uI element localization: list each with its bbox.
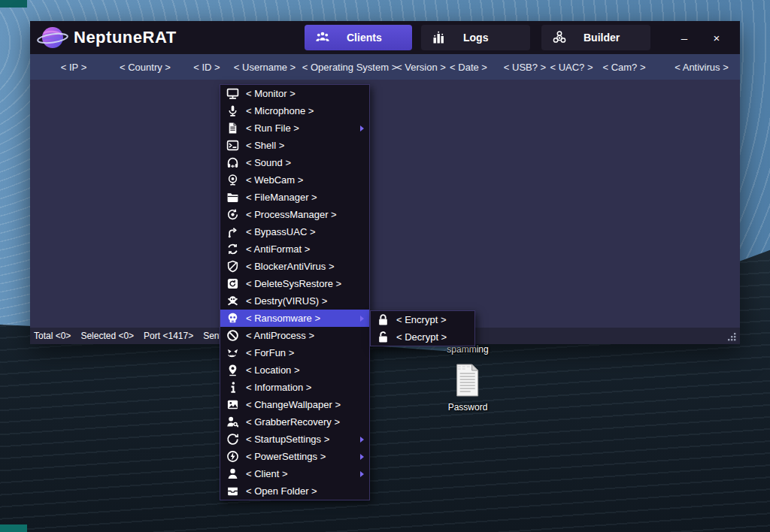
builder-icon [552, 30, 567, 45]
resize-grip[interactable] [727, 332, 737, 342]
information-icon [226, 381, 239, 394]
menu-item-open-folder[interactable]: < Open Folder > [220, 482, 369, 500]
menu-item-label: < StartupSettings > [246, 434, 329, 445]
encrypt-icon [377, 313, 390, 326]
titlebar: NeptuneRAT ClientsLogsBuilder – × [30, 21, 740, 54]
menu-item-label: < Shell > [246, 140, 284, 151]
column-header-date[interactable]: < Date > [450, 62, 487, 73]
column-header-cam[interactable]: < Cam? > [602, 62, 645, 73]
anti-process-icon [226, 329, 239, 342]
webcam-icon [226, 174, 239, 186]
menu-item-label: < WebCam > [246, 174, 303, 186]
close-button[interactable]: × [704, 21, 729, 54]
column-header-usb[interactable]: < USB? > [504, 62, 546, 73]
microphone-icon [226, 104, 239, 117]
neptunerat-logo-icon [36, 23, 69, 53]
menu-item-destry-virus[interactable]: < Destry(VIRUS) > [220, 292, 369, 310]
column-header-username[interactable]: < Username > [234, 62, 296, 73]
menu-item-label: < Run File > [246, 122, 299, 134]
menu-item-location[interactable]: < Location > [220, 361, 369, 379]
menu-item-ransomware[interactable]: < Ransomware > [220, 310, 369, 327]
menu-item-blockerantivirus[interactable]: < BlockerAntiVirus > [220, 258, 369, 275]
menu-item-startupsettings[interactable]: < StartupSettings > [220, 431, 369, 448]
tab-label-builder: Builder [584, 32, 620, 44]
column-header-id[interactable]: < ID > [193, 62, 220, 73]
sound-icon [226, 156, 239, 169]
column-header-country[interactable]: < Country > [120, 62, 171, 73]
open-folder-icon [226, 485, 239, 497]
menu-item-label: < Destry(VIRUS) > [246, 295, 327, 307]
column-header-antivirus[interactable]: < Antivirus > [675, 62, 729, 73]
tab-clients[interactable]: Clients [305, 25, 412, 50]
ransomware-submenu: < Encrypt >< Decrypt > [370, 310, 475, 346]
tab-builder[interactable]: Builder [541, 25, 650, 50]
tab-label-logs: Logs [463, 32, 488, 44]
anti-format-icon [226, 243, 239, 255]
menu-item-label: < Ransomware > [246, 313, 320, 324]
desktop-icon-password[interactable]: Password [448, 364, 488, 413]
menu-item-label: < BlockerAntiVirus > [246, 261, 335, 272]
client-list-header: < IP >< Country >< ID >< Username >< Ope… [30, 54, 740, 80]
menu-item-changewallpaper[interactable]: < ChangeWallpaper > [220, 396, 369, 413]
menu-item-sound[interactable]: < Sound > [220, 154, 369, 171]
column-header-uac[interactable]: < UAC? > [550, 62, 593, 73]
destroy-virus-icon [226, 295, 239, 307]
menu-item-run-file[interactable]: < Run File > [220, 119, 369, 137]
menu-item-grabberrecovery[interactable]: < GrabberRecovery > [220, 413, 369, 431]
column-header-ip[interactable]: < IP > [61, 62, 86, 73]
submenu-item-label: < Encrypt > [396, 314, 446, 325]
client-icon [226, 467, 239, 480]
text-file-icon [448, 364, 488, 400]
menu-item-label: < AntiFormat > [246, 243, 310, 255]
menu-item-information[interactable]: < Information > [220, 379, 369, 396]
menu-item-label: < BypassUAC > [246, 226, 316, 237]
status-segment-2: Port <1417> [144, 331, 193, 341]
menu-item-antiprocess[interactable]: < AntiProcess > [220, 327, 369, 344]
blocker-antivirus-icon [226, 260, 239, 273]
menu-item-label: < ForFun > [246, 347, 294, 358]
menu-item-processmanager[interactable]: < ProcessManager > [220, 206, 369, 223]
submenu-arrow-icon [360, 437, 364, 443]
menu-item-webcam[interactable]: < WebCam > [220, 171, 369, 189]
decrypt-icon [377, 331, 390, 343]
delete-sysrestore-icon [226, 277, 239, 290]
menu-item-deletesysrestore[interactable]: < DeleteSysRestore > [220, 275, 369, 292]
column-header-operating-system[interactable]: < Operating System > [302, 62, 397, 73]
menu-item-label: < ChangeWallpaper > [246, 399, 341, 410]
startup-settings-icon [226, 433, 239, 446]
client-list-area[interactable] [30, 80, 740, 328]
monitor-icon [226, 87, 239, 100]
menu-item-label: < AntiProcess > [246, 330, 314, 341]
minimize-button[interactable]: – [671, 21, 697, 54]
menu-item-shell[interactable]: < Shell > [220, 137, 369, 154]
menu-item-label: < ProcessManager > [246, 209, 337, 220]
menu-item-monitor[interactable]: < Monitor > [220, 85, 369, 102]
submenu-item-decrypt[interactable]: < Decrypt > [371, 328, 474, 346]
menu-item-label: < Monitor > [246, 88, 296, 99]
process-manager-icon [226, 208, 239, 221]
menu-item-label: < FileManager > [246, 192, 317, 203]
menu-item-forfun[interactable]: < ForFun > [220, 344, 369, 361]
tab-logs[interactable]: Logs [421, 25, 530, 50]
change-wallpaper-icon [226, 398, 239, 411]
power-settings-icon [226, 450, 239, 463]
menu-item-label: < Open Folder > [246, 485, 317, 497]
bypass-uac-icon [226, 225, 239, 238]
menu-item-bypassuac[interactable]: < BypassUAC > [220, 223, 369, 240]
menu-item-filemanager[interactable]: < FileManager > [220, 189, 369, 206]
submenu-item-encrypt[interactable]: < Encrypt > [371, 311, 474, 328]
menu-item-client[interactable]: < Client > [220, 465, 369, 482]
menu-item-microphone[interactable]: < Microphone > [220, 102, 369, 119]
background-teal-fragment-top [0, 0, 27, 8]
app-title: NeptuneRAT [74, 28, 177, 47]
submenu-arrow-icon [360, 316, 364, 322]
menu-item-label: < Microphone > [246, 105, 314, 116]
menu-item-label: < GrabberRecovery > [246, 416, 340, 428]
client-context-menu: < Monitor >< Microphone >< Run File >< S… [220, 84, 370, 500]
menu-item-antiformat[interactable]: < AntiFormat > [220, 240, 369, 258]
column-header-version[interactable]: < Version > [396, 62, 446, 73]
background-teal-fragment-bottom [0, 524, 27, 532]
submenu-arrow-icon [360, 125, 364, 131]
menu-item-powersettings[interactable]: < PowerSettings > [220, 448, 369, 465]
menu-item-label: < Client > [246, 468, 288, 479]
